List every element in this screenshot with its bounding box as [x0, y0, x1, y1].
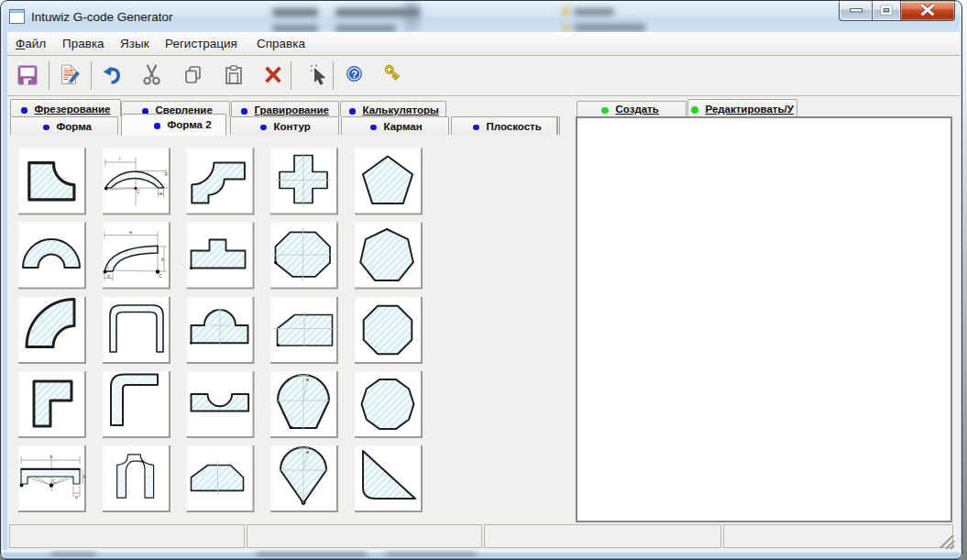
- svg-text:d: d: [107, 273, 110, 279]
- svg-text:C: C: [159, 273, 162, 279]
- svg-text:b: b: [50, 454, 53, 459]
- svg-text:a: a: [159, 191, 162, 196]
- svg-text:b: b: [161, 257, 164, 262]
- svg-text:R: R: [165, 171, 169, 177]
- svg-text:b: b: [83, 474, 86, 479]
- svg-text:C: C: [137, 189, 140, 194]
- svg-text:d: d: [75, 494, 78, 500]
- svg-text:C: C: [52, 478, 56, 484]
